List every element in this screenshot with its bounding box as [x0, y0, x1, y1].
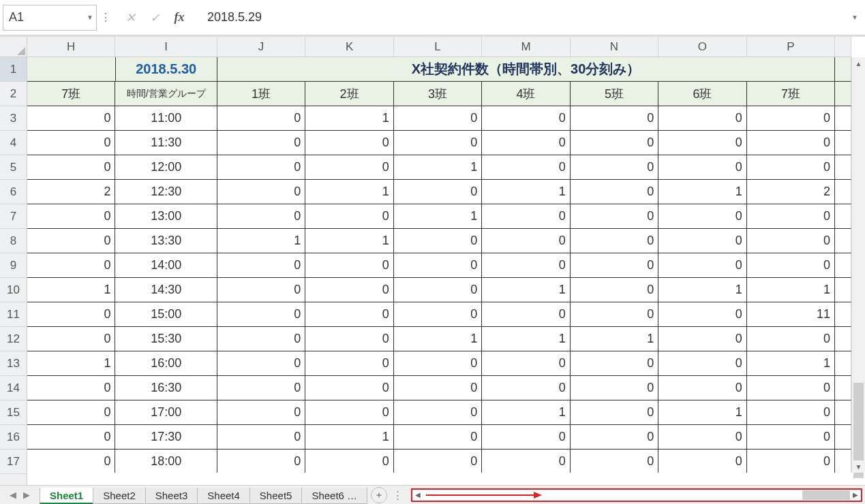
scroll-up-icon[interactable]: ▲ — [852, 57, 865, 69]
cell-L2[interactable]: 3班 — [394, 82, 482, 106]
cell-L6[interactable]: 0 — [394, 180, 482, 204]
row-header-11[interactable]: 11 — [0, 302, 27, 327]
cell-N16[interactable]: 0 — [571, 425, 658, 450]
cell-H1[interactable] — [27, 57, 116, 82]
cell-J12[interactable]: 0 — [217, 327, 305, 351]
cell-L7[interactable]: 1 — [394, 204, 482, 229]
cell-J5[interactable]: 0 — [217, 155, 305, 180]
column-header-J[interactable]: J — [217, 37, 305, 57]
column-header-H[interactable]: H — [27, 37, 115, 57]
name-box[interactable]: A1 ▼ — [3, 5, 97, 31]
cell-J6[interactable]: 0 — [217, 180, 305, 204]
cell-O9[interactable]: 0 — [658, 253, 746, 278]
column-header-O[interactable]: O — [658, 37, 746, 57]
cells-area[interactable]: 2018.5.30X社契約件数（時間帯別、30分刻み）7班時間/営業グループ1班… — [27, 57, 851, 473]
cell-H15[interactable]: 0 — [27, 400, 115, 425]
cell-J10[interactable]: 0 — [217, 278, 305, 302]
tab-bar-resize[interactable]: ⋮ — [387, 489, 408, 501]
cell-I16[interactable]: 17:30 — [115, 425, 217, 450]
cell-I9[interactable]: 14:00 — [115, 253, 217, 278]
row-header-9[interactable]: 9 — [0, 253, 27, 278]
cell-O3[interactable]: 0 — [658, 106, 746, 131]
cell-K6[interactable]: 1 — [305, 180, 393, 204]
cell-L11[interactable]: 0 — [394, 302, 482, 327]
cell-J11[interactable]: 0 — [217, 302, 305, 327]
cell-L8[interactable]: 0 — [394, 229, 482, 253]
cell-P7[interactable]: 0 — [747, 204, 835, 229]
cell-P6[interactable]: 2 — [747, 180, 835, 204]
cell-L3[interactable]: 0 — [394, 106, 482, 131]
column-header-M[interactable]: M — [482, 37, 570, 57]
cell-P8[interactable]: 0 — [747, 229, 835, 253]
cell-J2[interactable]: 1班 — [217, 82, 305, 106]
sheet-tab-sheet4[interactable]: Sheet4 — [197, 488, 250, 504]
cell-N7[interactable]: 0 — [571, 204, 658, 229]
cell-P10[interactable]: 1 — [747, 278, 835, 302]
cell-partial-7[interactable] — [835, 204, 851, 229]
cell-O5[interactable]: 0 — [658, 155, 746, 180]
cell-partial-13[interactable] — [835, 351, 851, 376]
cell-M9[interactable]: 0 — [482, 253, 570, 278]
cell-partial-15[interactable] — [835, 400, 851, 425]
row-header-13[interactable]: 13 — [0, 351, 27, 376]
cell-O11[interactable]: 0 — [658, 302, 746, 327]
cell-partial-16[interactable] — [835, 425, 851, 450]
cell-M14[interactable]: 0 — [482, 376, 570, 400]
cell-O10[interactable]: 1 — [658, 278, 746, 302]
cell-K2[interactable]: 2班 — [305, 82, 393, 106]
row-header-12[interactable]: 12 — [0, 327, 27, 351]
cell-L16[interactable]: 0 — [394, 425, 482, 450]
select-all-corner[interactable] — [0, 37, 27, 57]
cell-M2[interactable]: 4班 — [482, 82, 570, 106]
cell-L12[interactable]: 1 — [394, 327, 482, 351]
cell-partial-5[interactable] — [835, 155, 851, 180]
cell-P9[interactable]: 0 — [747, 253, 835, 278]
cell-M11[interactable]: 0 — [482, 302, 570, 327]
cell-L17[interactable]: 0 — [394, 450, 482, 473]
cell-partial-17[interactable] — [835, 450, 851, 473]
row-header-10[interactable]: 10 — [0, 278, 27, 302]
column-header-K[interactable]: K — [305, 37, 393, 57]
cell-H17[interactable]: 0 — [27, 450, 115, 473]
cell-L4[interactable]: 0 — [394, 131, 482, 155]
vertical-scrollbar[interactable]: ▲ ▼ — [851, 57, 865, 473]
cell-M16[interactable]: 0 — [482, 425, 570, 450]
column-header-P[interactable]: P — [747, 37, 835, 57]
formula-bar-expand[interactable]: ▼ — [847, 4, 862, 31]
cell-N11[interactable]: 0 — [571, 302, 658, 327]
cell-I15[interactable]: 17:00 — [115, 400, 217, 425]
cell-N8[interactable]: 0 — [571, 229, 658, 253]
cell-H11[interactable]: 0 — [27, 302, 115, 327]
cell-J13[interactable]: 0 — [217, 351, 305, 376]
cell-K15[interactable]: 0 — [305, 400, 393, 425]
cell-I6[interactable]: 12:30 — [115, 180, 217, 204]
cell-N17[interactable]: 0 — [571, 450, 658, 473]
cell-J7[interactable]: 0 — [217, 204, 305, 229]
cell-K4[interactable]: 0 — [305, 131, 393, 155]
cell-O4[interactable]: 0 — [658, 131, 746, 155]
cell-J14[interactable]: 0 — [217, 376, 305, 400]
row-header-8[interactable]: 8 — [0, 229, 27, 253]
cell-J4[interactable]: 0 — [217, 131, 305, 155]
column-header-I[interactable]: I — [115, 37, 217, 57]
cell-I7[interactable]: 13:00 — [115, 204, 217, 229]
fx-icon[interactable]: fx — [170, 9, 188, 27]
cell-J8[interactable]: 1 — [217, 229, 305, 253]
cell-M5[interactable]: 0 — [482, 155, 570, 180]
cell-L5[interactable]: 1 — [394, 155, 482, 180]
cell-P16[interactable]: 0 — [747, 425, 835, 450]
cell-I17[interactable]: 18:00 — [115, 450, 217, 473]
cell-N6[interactable]: 0 — [571, 180, 658, 204]
cell-J9[interactable]: 0 — [217, 253, 305, 278]
cell-H13[interactable]: 1 — [27, 351, 115, 376]
cell-partial-4[interactable] — [835, 131, 851, 155]
cell-partial-1[interactable] — [835, 57, 851, 82]
cell-N14[interactable]: 0 — [571, 376, 658, 400]
cell-O2[interactable]: 6班 — [658, 82, 746, 106]
sheet-tab-sheet5[interactable]: Sheet5 — [249, 488, 303, 504]
cell-K12[interactable]: 0 — [305, 327, 393, 351]
cell-M10[interactable]: 1 — [482, 278, 570, 302]
cell-I14[interactable]: 16:30 — [115, 376, 217, 400]
cell-M6[interactable]: 1 — [482, 180, 570, 204]
cell-H7[interactable]: 0 — [27, 204, 115, 229]
